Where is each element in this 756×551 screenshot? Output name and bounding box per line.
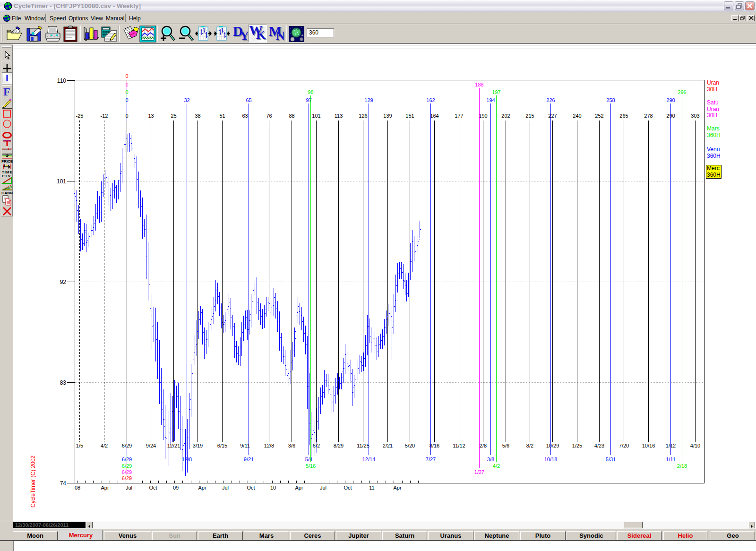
- svg-text:98: 98: [308, 89, 313, 95]
- svg-text:10/16: 10/16: [642, 443, 655, 448]
- svg-text:63: 63: [242, 113, 248, 119]
- svg-text:9/11: 9/11: [240, 443, 250, 448]
- svg-text:9/24: 9/24: [146, 443, 156, 448]
- svg-text:4/23: 4/23: [594, 443, 604, 448]
- svg-text:3/19: 3/19: [193, 443, 203, 448]
- svg-text:265: 265: [619, 113, 628, 119]
- svg-text:164: 164: [430, 113, 438, 119]
- svg-text:09: 09: [173, 485, 179, 491]
- svg-text:5/16: 5/16: [306, 463, 316, 469]
- svg-text:51: 51: [219, 113, 225, 119]
- svg-text:197: 197: [492, 89, 500, 95]
- svg-text:8/29: 8/29: [334, 443, 344, 448]
- svg-text:12/8: 12/8: [182, 456, 192, 462]
- svg-text:4/2: 4/2: [101, 443, 108, 448]
- svg-text:0: 0: [125, 82, 128, 87]
- svg-text:9/21: 9/21: [244, 456, 254, 462]
- svg-text:226: 226: [546, 97, 555, 103]
- svg-text:4/2: 4/2: [493, 463, 500, 469]
- svg-text:6/29: 6/29: [122, 469, 132, 475]
- svg-text:8/16: 8/16: [430, 443, 439, 448]
- svg-text:194: 194: [486, 97, 495, 103]
- svg-text:-25: -25: [76, 113, 84, 119]
- svg-text:25: 25: [171, 113, 176, 119]
- svg-text:74: 74: [60, 480, 67, 487]
- svg-text:6/29: 6/29: [122, 463, 132, 469]
- svg-text:252: 252: [595, 113, 603, 119]
- svg-text:0: 0: [125, 73, 128, 79]
- svg-text:08: 08: [75, 485, 80, 491]
- svg-text:3/6: 3/6: [288, 443, 295, 448]
- svg-text:Oct: Oct: [247, 485, 255, 491]
- svg-text:278: 278: [644, 113, 653, 119]
- svg-text:Oct: Oct: [149, 485, 157, 491]
- svg-text:12/8: 12/8: [264, 443, 274, 448]
- svg-text:8/2: 8/2: [526, 443, 533, 448]
- svg-text:129: 129: [364, 97, 373, 103]
- svg-text:Apr: Apr: [101, 485, 109, 491]
- svg-text:83: 83: [60, 379, 67, 386]
- svg-text:-12: -12: [101, 113, 108, 119]
- svg-text:303: 303: [691, 113, 699, 119]
- svg-text:Oct: Oct: [344, 485, 352, 491]
- svg-text:6/2: 6/2: [313, 443, 320, 448]
- svg-text:7/20: 7/20: [619, 443, 629, 448]
- svg-text:10: 10: [270, 485, 276, 491]
- svg-text:Jul: Jul: [320, 485, 326, 491]
- svg-text:5/31: 5/31: [606, 456, 616, 462]
- svg-text:2/18: 2/18: [677, 463, 687, 469]
- svg-text:Apr: Apr: [295, 485, 303, 491]
- svg-text:188: 188: [475, 82, 483, 87]
- svg-text:0: 0: [125, 89, 128, 95]
- svg-text:126: 126: [359, 113, 367, 119]
- svg-text:110: 110: [57, 77, 66, 84]
- svg-text:177: 177: [455, 113, 463, 119]
- svg-text:10/29: 10/29: [546, 443, 559, 448]
- svg-text:11/25: 11/25: [357, 443, 369, 448]
- svg-text:162: 162: [426, 97, 435, 103]
- svg-text:2/8: 2/8: [480, 443, 487, 448]
- svg-text:13: 13: [148, 113, 154, 119]
- svg-text:215: 215: [525, 113, 534, 119]
- svg-text:Jul: Jul: [222, 485, 229, 491]
- svg-text:6/29: 6/29: [122, 475, 132, 481]
- svg-text:101: 101: [57, 178, 66, 185]
- svg-text:12/14: 12/14: [362, 456, 376, 462]
- svg-text:290: 290: [666, 97, 675, 103]
- svg-text:92: 92: [60, 279, 67, 285]
- svg-text:Jul: Jul: [126, 485, 132, 491]
- svg-text:Apr: Apr: [393, 485, 401, 491]
- svg-text:1/11: 1/11: [666, 456, 676, 462]
- svg-text:11: 11: [369, 485, 374, 491]
- svg-text:258: 258: [606, 97, 615, 103]
- svg-text:5/20: 5/20: [405, 443, 415, 448]
- svg-text:7/27: 7/27: [426, 456, 436, 462]
- svg-text:0: 0: [125, 97, 128, 103]
- svg-text:11/12: 11/12: [453, 443, 465, 448]
- svg-text:101: 101: [312, 113, 320, 119]
- svg-text:240: 240: [573, 113, 581, 119]
- svg-text:190: 190: [479, 113, 487, 119]
- svg-text:5/6: 5/6: [502, 443, 509, 448]
- svg-text:5/4: 5/4: [305, 456, 312, 462]
- svg-text:76: 76: [266, 113, 272, 119]
- svg-text:32: 32: [184, 97, 189, 103]
- svg-text:6/15: 6/15: [217, 443, 227, 448]
- svg-text:3/8: 3/8: [487, 456, 494, 462]
- svg-text:88: 88: [289, 113, 294, 119]
- svg-text:151: 151: [405, 113, 414, 119]
- svg-text:Apr: Apr: [198, 485, 206, 491]
- svg-text:38: 38: [195, 113, 200, 119]
- svg-text:1/5: 1/5: [76, 443, 83, 448]
- svg-text:296: 296: [678, 89, 686, 95]
- svg-text:202: 202: [501, 113, 510, 119]
- svg-text:4/10: 4/10: [690, 443, 700, 448]
- svg-text:2/21: 2/21: [383, 443, 393, 448]
- svg-text:139: 139: [383, 113, 392, 119]
- svg-text:1/25: 1/25: [572, 443, 582, 448]
- svg-text:1/27: 1/27: [474, 469, 484, 475]
- svg-text:227: 227: [548, 113, 557, 119]
- svg-text:6/29: 6/29: [122, 456, 132, 462]
- svg-text:10/18: 10/18: [544, 456, 558, 462]
- svg-text:65: 65: [246, 97, 251, 103]
